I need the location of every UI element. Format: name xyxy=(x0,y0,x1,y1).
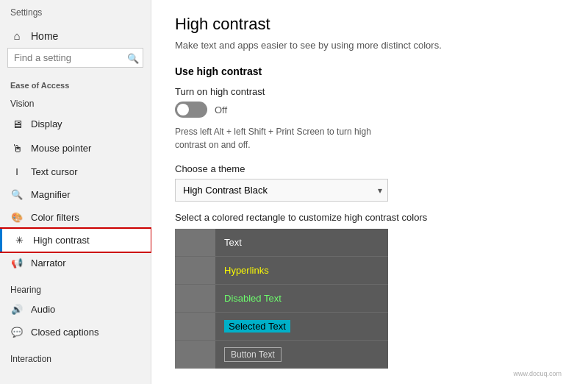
color-label-text: Text xyxy=(215,229,388,256)
high-contrast-toggle[interactable] xyxy=(175,102,207,118)
magnifier-icon: 🔍 xyxy=(10,189,24,200)
toggle-state-label: Off xyxy=(215,104,227,115)
color-selected-text-label: Selected Text xyxy=(224,320,290,333)
search-input[interactable] xyxy=(7,48,143,68)
color-label-button-text: Button Text xyxy=(215,341,388,369)
toggle-label: Turn on high contrast xyxy=(175,86,564,97)
color-label-selected-text: Selected Text xyxy=(215,313,388,340)
use-high-contrast-heading: Use high contrast xyxy=(175,65,564,77)
color-hyperlinks-label: Hyperlinks xyxy=(224,265,269,276)
color-row-text[interactable]: Text xyxy=(175,229,388,257)
toggle-knob xyxy=(177,104,189,115)
color-row-selected-text[interactable]: Selected Text xyxy=(175,313,388,341)
sidebar-header: Settings xyxy=(0,0,151,24)
sidebar-home-label: Home xyxy=(31,30,58,42)
sidebar-item-narrator[interactable]: 📢 Narrator xyxy=(0,252,151,274)
interaction-section-label: Interaction xyxy=(0,348,151,367)
color-button-text-label: Button Text xyxy=(224,347,282,362)
sidebar-item-display[interactable]: 🖥 Display xyxy=(0,112,151,136)
sidebar-home-item[interactable]: ⌂ Home xyxy=(0,24,151,48)
page-title: High contrast xyxy=(175,15,564,34)
color-swatch-disabled-text xyxy=(175,285,215,312)
sidebar-item-magnifier[interactable]: 🔍 Magnifier xyxy=(0,183,151,206)
mouse-pointer-icon: 🖱 xyxy=(10,142,24,154)
color-swatch-hyperlinks xyxy=(175,257,215,284)
color-row-disabled-text[interactable]: Disabled Text xyxy=(175,285,388,313)
sidebar-item-text-cursor-label: Text cursor xyxy=(31,166,78,177)
page-subtitle: Make text and apps easier to see by usin… xyxy=(175,40,564,51)
sidebar-item-magnifier-label: Magnifier xyxy=(31,189,70,200)
sidebar-item-audio[interactable]: 🔊 Audio xyxy=(0,298,151,321)
sidebar-search-container: 🔍 xyxy=(7,48,143,68)
sidebar-item-mouse-pointer-label: Mouse pointer xyxy=(31,143,91,154)
color-text-label: Text xyxy=(224,237,242,248)
text-cursor-icon: I xyxy=(10,166,24,177)
color-swatch-selected-text xyxy=(175,313,215,340)
color-filters-icon: 🎨 xyxy=(10,212,24,223)
sidebar-item-display-label: Display xyxy=(31,118,62,129)
closed-captions-icon: 💬 xyxy=(10,327,24,338)
sidebar-item-color-filters[interactable]: 🎨 Color filters xyxy=(0,206,151,229)
sidebar: Settings ⌂ Home 🔍 Ease of Access Vision … xyxy=(0,0,151,384)
color-label-disabled-text: Disabled Text xyxy=(215,285,388,312)
color-rect-label: Select a colored rectangle to customize … xyxy=(175,212,564,223)
color-row-hyperlinks[interactable]: Hyperlinks xyxy=(175,257,388,285)
hint-text: Press left Alt + left Shift + Print Scre… xyxy=(175,125,395,152)
sidebar-item-high-contrast[interactable]: ✳ High contrast xyxy=(0,229,151,252)
display-icon: 🖥 xyxy=(10,118,24,130)
choose-theme-label: Choose a theme xyxy=(175,163,564,174)
sidebar-item-closed-captions[interactable]: 💬 Closed captions xyxy=(0,321,151,344)
watermark: www.docuq.com xyxy=(175,370,564,377)
sidebar-item-audio-label: Audio xyxy=(31,304,55,315)
theme-dropdown-wrapper: High Contrast BlackHigh Contrast WhiteHi… xyxy=(175,179,388,202)
ease-of-access-label: Ease of Access xyxy=(0,75,151,93)
color-swatch-button-text xyxy=(175,341,215,369)
home-icon: ⌂ xyxy=(10,29,24,42)
color-row-button-text[interactable]: Button Text xyxy=(175,341,388,369)
toggle-row: Off xyxy=(175,102,564,118)
sidebar-item-narrator-label: Narrator xyxy=(31,257,66,269)
vision-section-label: Vision xyxy=(0,93,151,112)
sidebar-item-text-cursor[interactable]: I Text cursor xyxy=(0,160,151,183)
main-content: High contrast Make text and apps easier … xyxy=(151,0,588,384)
sidebar-item-color-filters-label: Color filters xyxy=(31,212,79,223)
color-disabled-text-label: Disabled Text xyxy=(224,293,282,304)
audio-icon: 🔊 xyxy=(10,304,24,315)
sidebar-item-closed-captions-label: Closed captions xyxy=(31,327,99,338)
hearing-section-label: Hearing xyxy=(0,279,151,298)
color-label-hyperlinks: Hyperlinks xyxy=(215,257,388,284)
sidebar-item-high-contrast-label: High contrast xyxy=(33,235,90,246)
search-icon: 🔍 xyxy=(127,52,139,63)
theme-dropdown[interactable]: High Contrast BlackHigh Contrast WhiteHi… xyxy=(175,179,388,202)
color-customization-panel: Text Hyperlinks Disabled Text Selected T… xyxy=(175,229,388,369)
high-contrast-icon: ✳ xyxy=(12,235,26,246)
color-swatch-text xyxy=(175,229,215,256)
sidebar-item-mouse-pointer[interactable]: 🖱 Mouse pointer xyxy=(0,136,151,160)
narrator-icon: 📢 xyxy=(10,257,24,269)
